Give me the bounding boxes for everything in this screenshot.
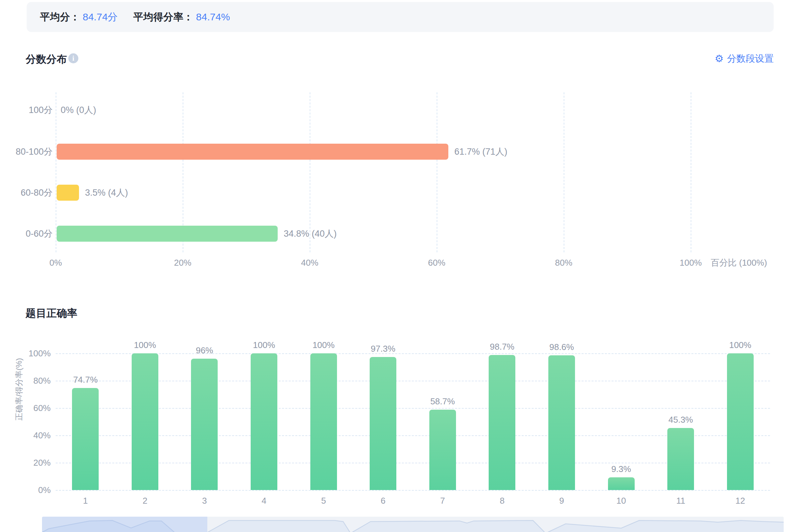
accuracy-bar[interactable] xyxy=(370,357,396,490)
bar-value-label: 45.3% xyxy=(644,415,717,425)
accuracy-bar[interactable] xyxy=(72,388,99,490)
bar-value-label: 100% xyxy=(704,340,777,350)
h-gridline xyxy=(56,408,770,408)
bar-value-label: 9.3% xyxy=(585,464,658,474)
x-category-label: 12 xyxy=(704,496,777,506)
y-tick-label: 60% xyxy=(4,403,51,413)
accuracy-bar[interactable] xyxy=(667,428,694,490)
y-tick-label: 40% xyxy=(4,430,51,441)
h-gridline xyxy=(56,490,770,491)
h-gridline xyxy=(56,463,770,463)
chart-overview-slider[interactable] xyxy=(42,517,784,532)
accuracy-bar[interactable] xyxy=(251,353,277,490)
accuracy-bar[interactable] xyxy=(548,355,575,490)
y-tick-label: 20% xyxy=(4,457,51,468)
y-tick-label: 80% xyxy=(4,375,51,386)
accuracy-bar[interactable] xyxy=(727,353,754,490)
h-gridline xyxy=(56,381,770,381)
y-tick-label: 0% xyxy=(4,484,51,495)
accuracy-bar[interactable] xyxy=(429,410,456,490)
bar-value-label: 58.7% xyxy=(406,396,479,406)
h-gridline xyxy=(56,435,770,436)
accuracy-bar[interactable] xyxy=(132,353,158,490)
accuracy-bar[interactable] xyxy=(310,353,337,490)
bar-value-label: 97.3% xyxy=(346,344,420,354)
question-accuracy-chart: 100%80%60%40%20%0%74.7%1100%296%3100%410… xyxy=(0,0,798,532)
accuracy-bar[interactable] xyxy=(489,355,515,490)
bar-value-label: 98.6% xyxy=(525,342,598,352)
accuracy-bar[interactable] xyxy=(608,477,635,490)
bar-value-label: 74.7% xyxy=(49,375,122,385)
overview-selected-window[interactable] xyxy=(42,517,207,532)
y-tick-label: 100% xyxy=(4,348,51,359)
accuracy-bar[interactable] xyxy=(191,359,218,490)
